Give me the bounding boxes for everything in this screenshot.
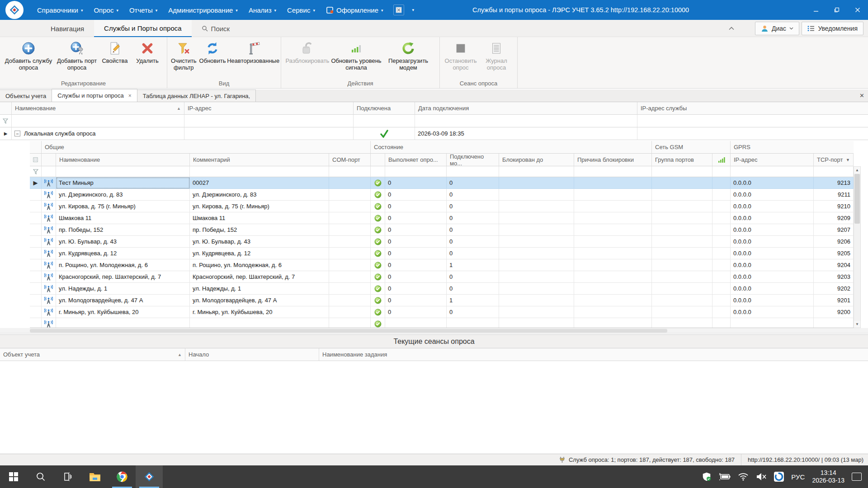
clear-filter-button[interactable]: Очистить фильтр	[169, 39, 198, 71]
col-header-service-ip[interactable]: IP-адрес службы	[637, 102, 868, 115]
port-group-cell[interactable]	[652, 201, 712, 212]
port-polling-cell[interactable]: 0	[385, 283, 447, 295]
port-modems-cell[interactable]: 0	[447, 177, 499, 189]
port-comment-cell[interactable]: ул. Надежды, д. 1	[190, 283, 329, 295]
port-name-cell[interactable]: г. Миньяр, ул. Куйбышева, 20	[56, 306, 190, 318]
col-header-type-icon[interactable]	[42, 154, 56, 166]
port-blocked-cell[interactable]	[499, 236, 574, 248]
vertical-scrollbar[interactable]: ▲ ▼	[854, 166, 861, 328]
tray-app-icon[interactable]	[774, 472, 784, 482]
close-tab-icon[interactable]: ×	[128, 93, 132, 99]
properties-button[interactable]: Свойства	[99, 39, 131, 64]
port-tcp-cell[interactable]	[814, 318, 854, 328]
port-signal-cell[interactable]	[712, 236, 731, 248]
port-signal-cell[interactable]	[712, 177, 731, 189]
select-all-icon[interactable]	[30, 154, 42, 166]
port-signal-cell[interactable]	[712, 224, 731, 236]
poll-journal-button[interactable]: Журнал опроса	[479, 39, 514, 71]
ports-filter-row[interactable]	[30, 166, 861, 177]
port-modems-cell[interactable]: 0	[447, 201, 499, 212]
port-comment-cell[interactable]: п. Рощино, ул. Молодежная, д. 6	[190, 259, 329, 271]
port-ip-cell[interactable]: 0.0.0.0	[731, 248, 814, 259]
port-row[interactable]: ул. Ю. Бульвар, д. 43 ул. Ю. Бульвар, д.…	[30, 236, 854, 248]
port-block-reason-cell[interactable]	[574, 236, 652, 248]
port-tcp-cell[interactable]: 9200	[814, 306, 854, 318]
port-polling-cell[interactable]: 0	[385, 306, 447, 318]
port-name-cell[interactable]: ул. Кирова, д. 75 (г. Миньяр)	[56, 201, 190, 212]
port-comment-cell[interactable]: Шмакова 11	[190, 212, 329, 224]
port-blocked-cell[interactable]	[499, 306, 574, 318]
port-comment-cell[interactable]: г. Миньяр, ул. Куйбышева, 20	[190, 306, 329, 318]
port-blocked-cell[interactable]	[499, 212, 574, 224]
port-comment-cell[interactable]: 00027	[190, 177, 329, 189]
port-modems-cell[interactable]: 0	[447, 224, 499, 236]
unauthorized-button[interactable]: Неавторизованные	[226, 39, 280, 64]
port-name-cell[interactable]: ул. Кудрявцева, д. 12	[56, 248, 190, 259]
notifications-button[interactable]: Уведомления	[802, 22, 863, 35]
port-block-reason-cell[interactable]	[574, 318, 652, 328]
port-block-reason-cell[interactable]	[574, 271, 652, 283]
port-tcp-cell[interactable]: 9206	[814, 236, 854, 248]
port-modems-cell[interactable]: 1	[447, 295, 499, 306]
doctab-data-table[interactable]: Таблица данных ЛЕНАР - ул. Гагарина,	[137, 89, 256, 102]
port-ip-cell[interactable]: 0.0.0.0	[731, 306, 814, 318]
port-com-cell[interactable]	[329, 295, 371, 306]
port-row[interactable]: ул. Надежды, д. 1 ул. Надежды, д. 1 0 0 …	[30, 283, 854, 295]
port-row[interactable]: Шмакова 11 Шмакова 11 0 0 0.0.0.0 9209	[30, 212, 854, 224]
port-row[interactable]: ул. Кирова, д. 75 (г. Миньяр) ул. Кирова…	[30, 201, 854, 212]
port-polling-cell[interactable]: 0	[385, 295, 447, 306]
filter-cell[interactable]	[184, 115, 354, 127]
port-signal-cell[interactable]	[712, 259, 731, 271]
port-modems-cell[interactable]: 0	[447, 306, 499, 318]
battery-icon[interactable]	[719, 473, 731, 481]
filter-cell[interactable]	[42, 166, 56, 177]
menu-servis[interactable]: Сервис▾	[283, 0, 320, 20]
maximize-button[interactable]	[826, 0, 847, 20]
col-header-polling[interactable]: Выполняет опро...	[385, 154, 447, 166]
port-blocked-cell[interactable]	[499, 283, 574, 295]
service-name-cell[interactable]: − Локальная служба опроса	[12, 127, 184, 140]
port-group-cell[interactable]	[652, 295, 712, 306]
service-row-local[interactable]: ▶ − Локальная служба опроса 2026-03-09 1…	[0, 127, 868, 140]
filter-cell[interactable]	[499, 166, 574, 177]
port-polling-cell[interactable]: 0	[385, 224, 447, 236]
port-ip-cell[interactable]: 0.0.0.0	[731, 201, 814, 212]
port-ip-cell[interactable]: 0.0.0.0	[731, 236, 814, 248]
port-modems-cell[interactable]: 0	[447, 271, 499, 283]
port-blocked-cell[interactable]	[499, 189, 574, 201]
col-header-gprs-ip[interactable]: IP-адрес	[731, 154, 814, 166]
col-header-tcp-port[interactable]: TCP-порт▼	[814, 154, 854, 166]
collapse-ribbon-icon[interactable]	[725, 23, 738, 34]
port-name-cell[interactable]: Шмакова 11	[56, 212, 190, 224]
port-comment-cell[interactable]: пр. Победы, 152	[190, 224, 329, 236]
filter-cell[interactable]	[415, 115, 637, 127]
stop-poll-button[interactable]: Остановить опрос	[443, 39, 479, 71]
port-row[interactable]: г. Миньяр, ул. Куйбышева, 20 г. Миньяр, …	[30, 306, 854, 318]
port-block-reason-cell[interactable]	[574, 248, 652, 259]
port-group-cell[interactable]	[652, 236, 712, 248]
port-group-cell[interactable]	[652, 318, 712, 328]
filter-cell[interactable]	[190, 166, 329, 177]
chrome-button[interactable]	[108, 465, 136, 488]
port-row[interactable]	[30, 318, 854, 328]
port-block-reason-cell[interactable]	[574, 306, 652, 318]
port-block-reason-cell[interactable]	[574, 201, 652, 212]
port-blocked-cell[interactable]	[499, 201, 574, 212]
filter-cell[interactable]	[56, 166, 190, 177]
port-row[interactable]: ул. Дзержинского, д. 83 ул. Дзержинского…	[30, 189, 854, 201]
port-name-cell[interactable]: Тест Миньяр	[56, 177, 190, 189]
filter-cell[interactable]	[371, 166, 385, 177]
port-group-cell[interactable]	[652, 212, 712, 224]
port-signal-cell[interactable]	[712, 295, 731, 306]
delete-button[interactable]: Удалить	[131, 39, 164, 64]
port-polling-cell[interactable]	[385, 318, 447, 328]
tab-sluzhby-i-porty[interactable]: Службы и Порты опроса	[94, 20, 192, 37]
col-header-object[interactable]: Объект учета▲	[0, 348, 185, 361]
port-com-cell[interactable]	[329, 248, 371, 259]
port-ip-cell[interactable]: 0.0.0.0	[731, 295, 814, 306]
minimize-button[interactable]	[806, 0, 826, 20]
port-ip-cell[interactable]: 0.0.0.0	[731, 224, 814, 236]
port-com-cell[interactable]	[329, 224, 371, 236]
clock[interactable]: 13:14 2026-03-13	[812, 469, 844, 484]
services-filter-row[interactable]	[0, 115, 868, 127]
